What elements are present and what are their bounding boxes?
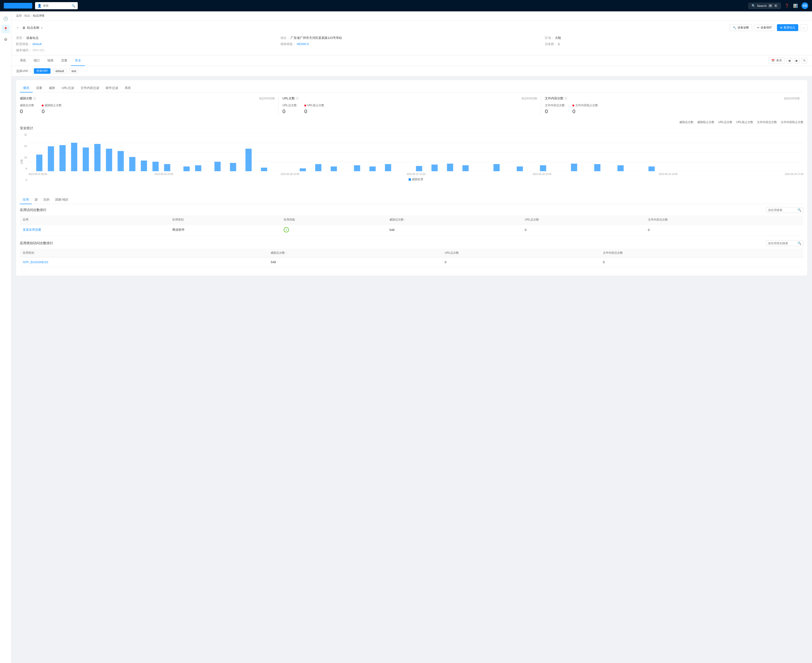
next-period-button[interactable]: ▶ (794, 58, 800, 63)
search-button[interactable]: 🔍 Search ⌘ K (749, 3, 781, 9)
url-total-stat: URL总次数 0 (283, 103, 297, 115)
sidebar-item-location[interactable]: 📍 (2, 25, 10, 33)
device-count-label: 设备数： (545, 42, 557, 46)
tab-system[interactable]: 系统 (16, 55, 30, 66)
svg-rect-17 (184, 167, 190, 171)
sidebar: 🕐 📍 ⚙ (0, 11, 11, 663)
chart-svg (29, 133, 804, 171)
svg-rect-28 (385, 164, 391, 171)
device-count-row: 设备数： 1 (545, 42, 807, 46)
svg-rect-33 (494, 164, 500, 171)
y-label-16: 16 (20, 156, 27, 159)
app-search-input[interactable] (768, 209, 797, 212)
x-label-2: 2023-05-08 22:00 (281, 173, 299, 175)
app-name-link[interactable]: 某某应用流量 (23, 228, 41, 231)
configure-label: 配置站点 (784, 26, 795, 30)
back-button[interactable]: ← (16, 26, 20, 30)
user-avatar[interactable]: AD (802, 2, 808, 9)
vrf-test[interactable]: test (69, 69, 79, 73)
category-search-box[interactable]: 🔍 (766, 240, 804, 246)
legend-file-blocked: 文件内容阻止次数 (781, 120, 804, 124)
date-picker-button[interactable]: 📅 本月 (768, 57, 785, 64)
file-info-icon[interactable]: ⓘ (564, 97, 567, 100)
x-label-3: 2023-05-12 21:00 (407, 173, 425, 175)
table-row: APP_BUSSINESS 548 0 0 (20, 257, 804, 267)
category-search-icon[interactable]: 🔍 (797, 241, 801, 245)
threat-info-icon[interactable]: ⓘ (33, 97, 36, 100)
file-total-stat: 文件内容总次数 0 (545, 103, 565, 115)
sub-tab-source[interactable]: 源 (32, 196, 40, 204)
inner-tab-file[interactable]: 文件内容过滤 (77, 84, 102, 92)
inner-tab-mail[interactable]: 邮件过滤 (102, 84, 121, 92)
inner-tab-threat[interactable]: 威胁 (45, 84, 58, 92)
chart-icon[interactable]: 📊 (793, 3, 798, 8)
sidebar-item-settings[interactable]: ⚙ (2, 35, 10, 44)
configure-site-button[interactable]: ⚙ 配置站点 (777, 24, 798, 31)
category-name-link[interactable]: APP_BUSSINESS (23, 260, 48, 264)
table-row: 某某应用流量 商业软件 1 548 0 0 (20, 224, 804, 236)
chart-section: 安全统计 32 24 16 8 0 次数 (20, 126, 804, 190)
threat-total-stat: 威胁总次数 0 (20, 103, 34, 115)
site-info: 类型： 设备站点 地址： 广东省广州市天河区某某路123号等站 区域： 大陆 配… (16, 34, 807, 55)
url-blocked-stat: URL阻止次数 0 (304, 103, 324, 115)
help-icon[interactable]: ❓ (785, 3, 789, 8)
svg-rect-20 (230, 163, 236, 171)
inner-tab-url[interactable]: URL过滤 (58, 84, 77, 92)
site-dropdown-arrow[interactable]: ∨ (41, 26, 43, 29)
file-blocked-stat: 文件内容阻止次数 0 (572, 103, 598, 115)
svg-rect-37 (594, 164, 601, 171)
nav-search-icon-btn[interactable]: 🔍 (71, 4, 75, 8)
sub-tab-country[interactable]: 国家/地区 (52, 196, 71, 204)
inner-tab-overview[interactable]: 概览 (20, 84, 33, 92)
app-search-box[interactable]: 🔍 (766, 207, 804, 213)
legend-item-threat-handle: 威胁处置 (408, 177, 423, 181)
prev-period-button[interactable]: ◀ (786, 58, 792, 63)
kbd-mod: ⌘ (768, 4, 773, 8)
vrf-default[interactable]: default (53, 69, 66, 73)
category-search-input[interactable] (768, 242, 797, 245)
cat-col-url: URL总次数 (442, 249, 600, 257)
kbd-key: K (774, 4, 778, 7)
breadcrumb-item-detail: 站点详情 (33, 14, 44, 18)
file-stat-header: 文件内容次数 ⓘ 指定时间范围 (545, 96, 800, 100)
inner-tab-system[interactable]: 系统 (121, 84, 134, 92)
app-search-icon[interactable]: 🔍 (797, 208, 801, 212)
threat-red-dot (42, 105, 44, 107)
tab-security[interactable]: 安全 (71, 55, 85, 66)
device-maintenance-button[interactable]: ✏ 设备维护 (754, 24, 775, 31)
sub-tab-app[interactable]: 应用 (20, 196, 32, 204)
url-stat-header: URL次数 ⓘ 指定时间范围 (283, 96, 537, 100)
device-diagnosis-button[interactable]: 🔧 设备诊断 (730, 24, 752, 31)
sub-tab-destination[interactable]: 目的 (40, 196, 52, 204)
url-info-icon[interactable]: ⓘ (296, 97, 299, 100)
nav-right: 🔍 Search ⌘ K ❓ 📊 AD (749, 2, 808, 9)
nav-input[interactable] (43, 4, 70, 7)
tab-link[interactable]: 链路 (44, 55, 57, 66)
more-actions-button[interactable]: ··· (800, 24, 807, 31)
service-code-row: 服务编码： SRV-001 (16, 48, 278, 52)
nav-search-box[interactable]: 👤 🔍 (35, 2, 78, 9)
svg-rect-14 (141, 160, 147, 171)
app-category-cell: 商业软件 (170, 224, 281, 236)
cat-threat-cell: 548 (268, 257, 442, 267)
legend-threat-total: 威胁总次数 (679, 120, 694, 124)
spec-value[interactable]: NE900-5 (297, 42, 309, 46)
template-value[interactable]: default (32, 42, 42, 46)
category-ranking-header: 应用类别访问次数排行 🔍 (20, 240, 804, 246)
svg-rect-19 (215, 162, 221, 171)
tab-traffic[interactable]: 流量 (57, 55, 71, 66)
svg-rect-11 (106, 149, 112, 171)
vrf-all[interactable]: 所有VRF (34, 68, 50, 74)
sidebar-item-history[interactable]: 🕐 (2, 14, 10, 23)
refresh-button[interactable]: ↻ (802, 58, 807, 63)
threat-stat-title: 威胁次数 ⓘ (20, 96, 36, 100)
tab-port[interactable]: 端口 (30, 55, 44, 66)
file-total-label: 文件内容总次数 (545, 103, 565, 107)
cat-sort-icon: ↓ (286, 252, 287, 254)
svg-rect-9 (83, 147, 89, 171)
inner-tab-traffic[interactable]: 流量 (33, 84, 45, 92)
legend-url-total: URL总次数 (718, 120, 732, 124)
legend-threat-blocked: 威胁阻止次数 (697, 120, 714, 124)
x-label-1: 2023-05-04 23:00 (155, 173, 173, 175)
configure-icon: ⚙ (780, 26, 783, 29)
